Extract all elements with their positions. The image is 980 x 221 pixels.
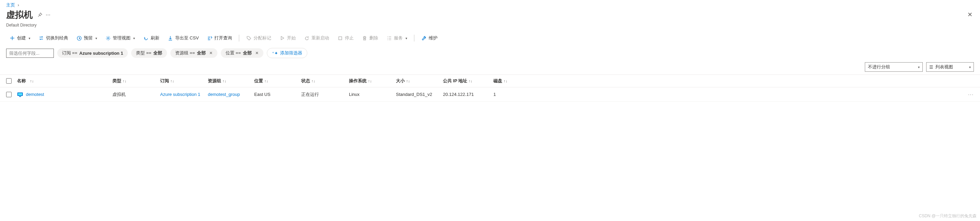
sort-icon: ↑↓ (368, 79, 372, 83)
svg-rect-4 (18, 93, 22, 95)
filter-plus-icon: ⁺✦ (272, 51, 278, 56)
sort-icon: ↑↓ (264, 79, 268, 83)
refresh-button[interactable]: 刷新 (140, 33, 163, 43)
column-header-size[interactable]: 大小↑↓ (396, 78, 443, 84)
maintain-button[interactable]: 维护 (418, 33, 441, 43)
open-query-label: 打开查询 (214, 35, 232, 41)
close-icon[interactable]: ✕ (967, 11, 972, 18)
assign-tag-label: 分配标记 (253, 35, 271, 41)
toolbar: 创建 ▾ 切换到经典 预留 ▾ 管理视图 ▾ 刷新 导出至 CSV 打开查询 分… (0, 31, 980, 45)
stop-icon (337, 35, 343, 41)
sort-icon: ↑↓ (123, 79, 126, 83)
cell-subscription-link[interactable]: Azure subscription 1 (160, 92, 200, 97)
reserve-label: 预留 (84, 35, 93, 41)
row-checkbox[interactable] (6, 92, 11, 97)
export-csv-button[interactable]: 导出至 CSV (164, 33, 202, 43)
manage-view-button[interactable]: 管理视图 ▾ (102, 33, 138, 43)
query-icon (207, 35, 212, 41)
select-all-checkbox[interactable] (6, 78, 11, 84)
add-filter-label: 添加筛选器 (280, 50, 302, 56)
stop-button: 停止 (334, 33, 357, 43)
chevron-down-icon: ▾ (969, 65, 971, 69)
column-header-ip[interactable]: 公共 IP 地址↑↓ (443, 78, 493, 84)
view-mode-dropdown[interactable]: ☰列表视图 ▾ (926, 62, 974, 72)
filter-rg-label: 资源组 == (175, 50, 195, 56)
svg-rect-5 (19, 96, 21, 97)
table-header: 名称↑↓ 类型↑↓ 订阅↑↓ 资源组↑↓ 位置↑↓ 状态↑↓ 操作系统↑↓ 大小… (0, 74, 980, 87)
cell-ip: 20.124.122.171 (443, 92, 493, 97)
remove-filter-icon[interactable]: ✕ (255, 51, 259, 55)
switch-classic-label: 切换到经典 (46, 35, 68, 41)
column-header-resourcegroup[interactable]: 资源组↑↓ (208, 78, 254, 84)
export-csv-label: 导出至 CSV (175, 35, 199, 41)
filter-type-label: 类型 == (136, 50, 151, 56)
column-header-type[interactable]: 类型↑↓ (113, 78, 160, 84)
services-button: 服务 ▾ (383, 33, 410, 43)
sort-icon: ↑↓ (223, 79, 226, 83)
reserve-button[interactable]: 预留 ▾ (73, 33, 100, 43)
remove-filter-icon[interactable]: ✕ (209, 51, 213, 55)
svg-point-1 (107, 37, 109, 39)
list-icon (387, 35, 392, 41)
create-label: 创建 (17, 35, 26, 41)
cell-size: Standard_DS1_v2 (396, 92, 443, 97)
column-header-status[interactable]: 状态↑↓ (301, 78, 349, 84)
filter-pill-resourcegroup[interactable]: 资源组 == 全部 ✕ (170, 48, 217, 58)
filter-pill-location[interactable]: 位置 == 全部 ✕ (221, 48, 263, 58)
column-header-name[interactable]: 名称↑↓ (17, 78, 113, 84)
cell-location: East US (254, 92, 301, 97)
breadcrumb-home[interactable]: 主页 (6, 2, 15, 8)
table-row[interactable]: demotest 虚拟机 Azure subscription 1 demote… (0, 87, 980, 102)
download-icon (168, 35, 173, 41)
pin-icon[interactable] (38, 13, 42, 17)
chevron-down-icon: ▾ (133, 36, 135, 40)
cell-disk: 1 (493, 92, 534, 97)
sort-icon: ↑↓ (170, 79, 174, 83)
toolbar-divider (414, 35, 414, 41)
cell-resourcegroup-link[interactable]: demotest_group (208, 92, 240, 97)
filter-loc-value: 全部 (243, 50, 252, 56)
subtitle: Default Directory (0, 23, 980, 31)
start-button: 开始 (276, 33, 299, 43)
column-header-disk[interactable]: 磁盘↑↓ (493, 78, 534, 84)
sort-icon: ↑↓ (312, 79, 315, 83)
maintain-label: 维护 (429, 35, 438, 41)
vm-name-link[interactable]: demotest (26, 92, 44, 97)
cell-os: Linux (349, 92, 396, 97)
plus-icon (10, 35, 15, 41)
sort-icon: ↑↓ (469, 79, 472, 83)
vm-icon (17, 92, 23, 98)
chevron-down-icon: ▾ (29, 36, 30, 40)
trash-icon (362, 35, 368, 41)
filter-sub-value: Azure subscription 1 (80, 51, 123, 56)
filter-pill-subscription[interactable]: 订阅 == Azure subscription 1 (57, 48, 128, 58)
switch-classic-button[interactable]: 切换到经典 (35, 33, 72, 43)
view-mode-value: 列表视图 (935, 64, 953, 70)
group-by-dropdown[interactable]: 不进行分组 ▾ (865, 62, 923, 72)
filter-pill-type[interactable]: 类型 == 全部 (131, 48, 167, 58)
column-header-subscription[interactable]: 订阅↑↓ (160, 78, 208, 84)
chevron-down-icon: ▾ (918, 65, 920, 69)
svg-rect-2 (339, 37, 342, 40)
row-more-icon[interactable]: ··· (968, 92, 974, 97)
assign-tag-button: 分配标记 (243, 33, 275, 43)
open-query-button[interactable]: 打开查询 (204, 33, 235, 43)
column-header-location[interactable]: 位置↑↓ (254, 78, 301, 84)
more-commands-icon[interactable]: ⋯ (46, 12, 51, 18)
start-label: 开始 (287, 35, 296, 41)
filter-input[interactable] (6, 49, 54, 58)
group-by-value: 不进行分组 (868, 64, 890, 70)
breadcrumb: 主页 › (0, 0, 980, 9)
clock-icon (76, 35, 82, 41)
list-view-icon: ☰ (929, 65, 933, 70)
cell-status: 正在运行 (301, 92, 349, 98)
stop-label: 停止 (345, 35, 354, 41)
chevron-down-icon: ▾ (95, 36, 97, 40)
gear-icon (105, 35, 111, 41)
column-header-os[interactable]: 操作系统↑↓ (349, 78, 396, 84)
filter-rg-value: 全部 (197, 50, 206, 56)
create-button[interactable]: 创建 ▾ (6, 33, 34, 43)
page-header: 虚拟机 ⋯ ✕ (0, 9, 980, 23)
manage-view-label: 管理视图 (113, 35, 130, 41)
add-filter-button[interactable]: ⁺✦ 添加筛选器 (267, 48, 307, 58)
